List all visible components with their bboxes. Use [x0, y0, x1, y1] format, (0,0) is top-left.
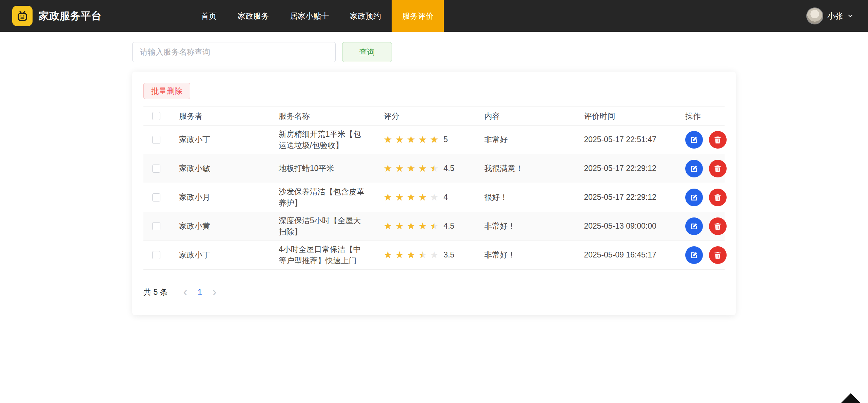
pagination-next-icon[interactable]: › — [207, 286, 222, 298]
provider-name: 家政小丁 — [170, 134, 269, 145]
review-time: 2025-05-09 16:45:17 — [574, 249, 676, 261]
row-actions — [676, 160, 725, 177]
service-name: 深度保洁5小时【全屋大扫除】 — [269, 215, 374, 238]
row-actions — [676, 189, 725, 206]
star-icon: ★★ — [430, 164, 438, 173]
delete-button[interactable] — [709, 131, 727, 149]
service-name: 新房精细开荒1平米【包运送垃圾/包验收】 — [269, 129, 374, 151]
review-time: 2025-05-17 22:29:12 — [574, 163, 676, 174]
trash-icon — [713, 164, 722, 173]
delete-button[interactable] — [709, 246, 727, 264]
star-rating: ★★★★★★★★★★ — [384, 193, 442, 202]
nav-item-reviews[interactable]: 服务评价 — [392, 0, 444, 32]
search-input[interactable] — [132, 42, 336, 62]
table-row: 家政小丁 4小时全屋日常保洁【中等户型推荐】快速上门 ★★★★★★★★★★ 3.… — [143, 241, 725, 270]
nav-item-services[interactable]: 家政服务 — [227, 0, 279, 32]
row-checkbox[interactable] — [152, 165, 160, 173]
star-icon: ★★ — [384, 135, 392, 145]
nav-item-tips[interactable]: 居家小贴士 — [279, 0, 339, 32]
brand-icon — [12, 6, 33, 26]
column-time: 评价时间 — [574, 111, 676, 121]
star-icon: ★★ — [384, 222, 392, 231]
provider-name: 家政小敏 — [170, 163, 269, 174]
row-actions — [676, 246, 725, 264]
row-checkbox[interactable] — [152, 136, 160, 144]
rating-cell: ★★★★★★★★★★ 4.5 — [374, 220, 475, 232]
pagination-page-1[interactable]: 1 — [193, 287, 207, 297]
pagination-total: 共 5 条 — [143, 287, 168, 298]
table-row: 家政小敏 地板打蜡10平米 ★★★★★★★★★★ 4.5 我很满意！ 2025-… — [143, 154, 725, 183]
edit-icon — [689, 193, 698, 202]
star-rating: ★★★★★★★★★★ — [384, 135, 442, 145]
column-provider: 服务者 — [170, 111, 269, 121]
review-content: 非常好 — [475, 134, 574, 145]
star-icon: ★★ — [384, 193, 392, 202]
user-menu[interactable]: 小张 — [806, 7, 868, 24]
rating-value: 4.5 — [443, 163, 454, 174]
query-button[interactable]: 查询 — [342, 42, 392, 62]
star-icon: ★★ — [407, 250, 415, 260]
row-checkbox[interactable] — [152, 193, 160, 202]
edit-button[interactable] — [685, 131, 703, 149]
table-row: 家政小月 沙发保养清洁【包含皮革养护】 ★★★★★★★★★★ 4 很好！ 202… — [143, 183, 725, 212]
table-row: 家政小丁 新房精细开荒1平米【包运送垃圾/包验收】 ★★★★★★★★★★ 5 非… — [143, 126, 725, 154]
edit-button[interactable] — [685, 217, 703, 235]
trash-icon — [713, 135, 722, 145]
review-table: 服务者 服务名称 评分 内容 评价时间 操作 家政小丁 新房精细开荒1平米【包运… — [143, 107, 725, 270]
row-checkbox[interactable] — [152, 251, 160, 259]
star-icon: ★★ — [407, 193, 415, 202]
star-icon: ★★ — [407, 222, 415, 231]
nav-item-home[interactable]: 首页 — [191, 0, 227, 32]
review-time: 2025-05-17 22:29:12 — [574, 192, 676, 203]
select-all-checkbox[interactable] — [152, 112, 160, 120]
star-rating: ★★★★★★★★★★ — [384, 222, 442, 231]
star-icon: ★★ — [430, 193, 438, 202]
star-icon: ★★ — [395, 222, 404, 231]
review-content: 非常好！ — [475, 220, 574, 232]
rating-cell: ★★★★★★★★★★ 4.5 — [374, 163, 475, 174]
trash-icon — [713, 251, 722, 260]
batch-delete-button[interactable]: 批量删除 — [143, 83, 190, 99]
review-content: 非常好！ — [475, 249, 574, 261]
provider-name: 家政小丁 — [170, 249, 269, 261]
delete-button[interactable] — [709, 217, 727, 235]
star-icon: ★★ — [430, 135, 438, 145]
trash-icon — [713, 222, 722, 231]
edit-button[interactable] — [685, 160, 703, 177]
review-card: 批量删除 服务者 服务名称 评分 内容 评价时间 操作 家政小丁 新房精细开荒1… — [132, 72, 736, 315]
user-name: 小张 — [827, 11, 843, 21]
review-content: 我很满意！ — [475, 163, 574, 174]
delete-button[interactable] — [709, 160, 727, 177]
rating-value: 3.5 — [443, 249, 454, 261]
trash-icon — [713, 193, 722, 202]
rating-value: 4 — [443, 192, 448, 203]
provider-name: 家政小黄 — [170, 220, 269, 232]
star-icon: ★★ — [395, 250, 404, 260]
row-checkbox[interactable] — [152, 222, 160, 230]
star-icon: ★★ — [418, 193, 427, 202]
search-bar: 查询 — [132, 42, 736, 62]
pagination-prev-icon[interactable]: ‹ — [178, 286, 193, 298]
brand[interactable]: 家政服务平台 — [0, 6, 102, 26]
star-icon: ★★ — [418, 222, 427, 231]
brand-title: 家政服务平台 — [39, 9, 102, 23]
edit-button[interactable] — [685, 246, 703, 264]
star-icon: ★★ — [430, 222, 438, 231]
rating-cell: ★★★★★★★★★★ 5 — [374, 134, 475, 145]
edit-button[interactable] — [685, 189, 703, 206]
nav-menu: 首页 家政服务 居家小贴士 家政预约 服务评价 — [191, 0, 444, 32]
rating-value: 4.5 — [443, 220, 454, 232]
star-icon: ★★ — [384, 164, 392, 173]
star-icon: ★★ — [418, 135, 427, 145]
nav-item-booking[interactable]: 家政预约 — [339, 0, 392, 32]
review-content: 很好！ — [475, 192, 574, 203]
column-content: 内容 — [475, 111, 574, 121]
star-icon: ★★ — [407, 164, 415, 173]
star-icon: ★★ — [430, 250, 438, 260]
chevron-down-icon — [847, 13, 854, 19]
rating-cell: ★★★★★★★★★★ 4 — [374, 192, 475, 203]
star-icon: ★★ — [418, 164, 427, 173]
service-name: 沙发保养清洁【包含皮革养护】 — [269, 186, 374, 209]
delete-button[interactable] — [709, 189, 727, 206]
rating-cell: ★★★★★★★★★★ 3.5 — [374, 249, 475, 261]
